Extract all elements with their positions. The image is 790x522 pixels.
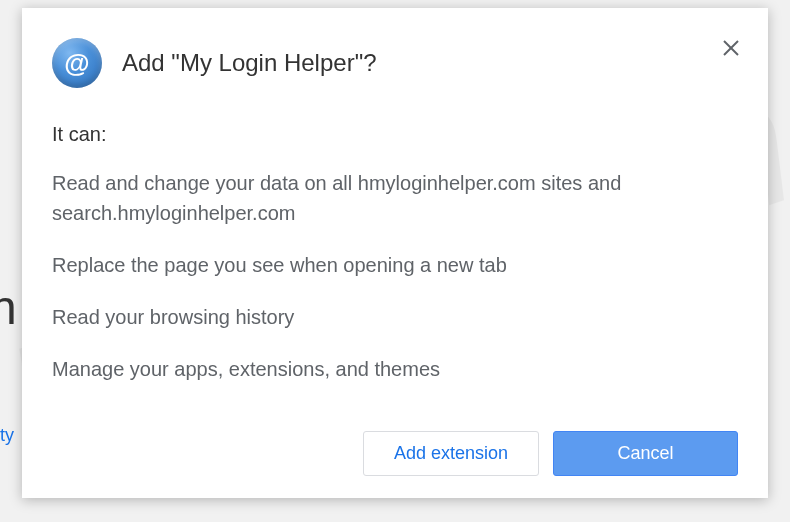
extension-install-dialog: @ Add "My Login Helper"? It can: Read an… <box>22 8 768 498</box>
permissions-heading: It can: <box>52 123 738 146</box>
add-extension-button[interactable]: Add extension <box>363 431 539 476</box>
permission-item: Manage your apps, extensions, and themes <box>52 354 738 384</box>
dialog-footer: Add extension Cancel <box>363 431 738 476</box>
background-partial-link: ty <box>0 425 14 446</box>
cancel-button[interactable]: Cancel <box>553 431 738 476</box>
extension-icon: @ <box>52 38 102 88</box>
close-button[interactable] <box>719 36 743 60</box>
background-partial-text: n <box>0 280 17 335</box>
permission-item: Read your browsing history <box>52 302 738 332</box>
dialog-body: It can: Read and change your data on all… <box>22 98 768 384</box>
permission-item: Replace the page you see when opening a … <box>52 250 738 280</box>
permission-item: Read and change your data on all hmylogi… <box>52 168 738 228</box>
dialog-title: Add "My Login Helper"? <box>122 49 377 77</box>
close-icon <box>722 39 740 57</box>
dialog-header: @ Add "My Login Helper"? <box>22 8 768 98</box>
